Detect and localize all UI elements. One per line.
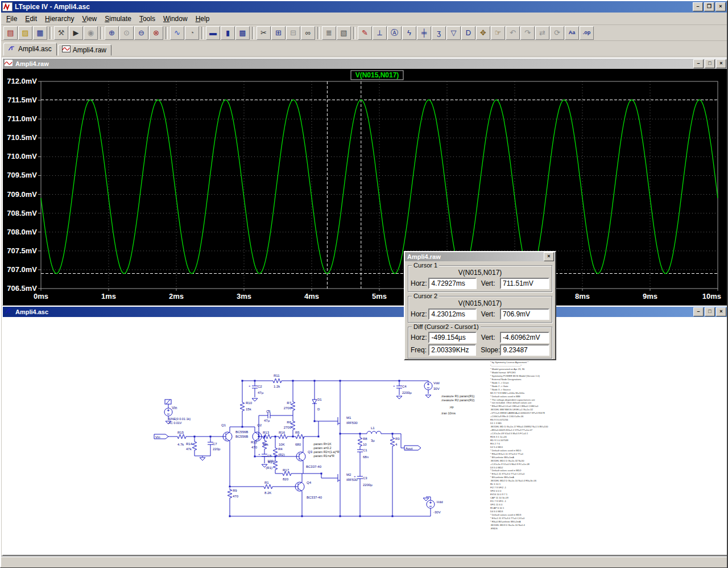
tab-label: Ampli4.asc bbox=[18, 45, 52, 53]
svg-text:710.5mV: 710.5mV bbox=[7, 133, 37, 142]
fft-icon[interactable]: ∿ bbox=[170, 26, 184, 40]
rotate-icon: ⟳ bbox=[550, 26, 564, 40]
svg-text:+CJO=1e-9 VJ=0.5 M=0.9 FC=1e-0: +CJO=1e-9 VJ=0.5 M=0.9 FC=1e-08 bbox=[490, 463, 530, 466]
cursor1-vert-value[interactable]: 711.51mV bbox=[500, 278, 549, 289]
schematic-minimize-button[interactable]: – bbox=[693, 307, 704, 316]
svg-text:* Model generated on Apr 23, 9: * Model generated on Apr 23, 96 bbox=[490, 368, 525, 371]
menu-file[interactable]: File bbox=[2, 14, 21, 24]
svg-text:* EG=1.11 XTI=3.0 TT=0 CJO=0: * EG=1.11 XTI=3.0 TT=0 CJO=0 bbox=[490, 472, 525, 475]
svg-text:* Node 3 -> Source: * Node 3 -> Source bbox=[490, 388, 511, 391]
svg-text:VFI1 11 6 0: VFI1 11 6 0 bbox=[490, 503, 503, 506]
diff-horz-value[interactable]: -499.154µs bbox=[428, 332, 476, 343]
svg-text:.tran 10ms: .tran 10ms bbox=[441, 411, 456, 415]
open-icon[interactable]: ▨ bbox=[18, 26, 32, 40]
menu-help[interactable]: Help bbox=[192, 14, 214, 24]
tab-ampli4-asc[interactable]: Ampli4.asc bbox=[3, 43, 57, 56]
save-icon[interactable]: ▦ bbox=[33, 26, 47, 40]
drag-icon[interactable]: ☞ bbox=[491, 26, 505, 40]
svg-text:C3: C3 bbox=[363, 476, 367, 480]
new-schematic-icon[interactable]: ▤ bbox=[3, 26, 18, 40]
text-icon[interactable]: Aa bbox=[565, 26, 579, 40]
schematic-canvas[interactable]: +++++VinAoutVinSINE(0 0.01 1k)AC 0.01VR1… bbox=[3, 317, 727, 555]
diff-freq-value[interactable]: 2.00339KHz bbox=[428, 344, 476, 356]
svg-text:8.2K: 8.2K bbox=[264, 491, 271, 495]
diff-slope-value[interactable]: 9.23487 bbox=[500, 344, 549, 356]
cursor1-group: Cursor 1 V(N015,N017) Horz: 4.72927ms Ve… bbox=[408, 265, 552, 292]
zoom-in-icon[interactable]: ⊕ bbox=[105, 26, 119, 40]
svg-text:711.0mV: 711.0mV bbox=[7, 114, 37, 123]
menu-edit[interactable]: Edit bbox=[21, 14, 41, 24]
plot-settings-icon[interactable]: ◔ bbox=[185, 26, 199, 40]
paste-icon: ⊟ bbox=[286, 26, 300, 40]
copy-icon[interactable]: ⊞ bbox=[271, 26, 286, 40]
ground-icon[interactable]: ⟂ bbox=[373, 26, 387, 40]
svg-text:RS 9 3 0.672234: RS 9 3 0.672234 bbox=[490, 418, 508, 421]
capacitor-icon[interactable]: ╪ bbox=[417, 26, 431, 40]
svg-text:R5: R5 bbox=[295, 431, 300, 434]
cascade-windows-icon[interactable]: ▩ bbox=[235, 26, 250, 40]
waveform-maximize-button[interactable]: □ bbox=[705, 59, 715, 68]
run-icon[interactable]: ▶ bbox=[69, 26, 83, 40]
diff-vert-label: Vert: bbox=[481, 334, 500, 341]
svg-text:2700: 2700 bbox=[284, 426, 292, 429]
svg-text:.ENDS: .ENDS bbox=[490, 527, 498, 530]
spice-directive-icon[interactable]: .op bbox=[580, 26, 594, 40]
svg-text:D1: D1 bbox=[317, 398, 322, 401]
schematic-close-button[interactable]: × bbox=[716, 307, 726, 316]
svg-text:FI1 7 9 VFI1 -1: FI1 7 9 VFI1 -1 bbox=[490, 500, 507, 503]
menu-view[interactable]: View bbox=[78, 14, 101, 24]
resistor-icon[interactable]: ϟ bbox=[402, 26, 416, 40]
svg-text:R14: R14 bbox=[186, 442, 193, 446]
inductor-icon[interactable]: ʒ bbox=[432, 26, 446, 40]
menu-hierarchy[interactable]: Hierarchy bbox=[41, 14, 78, 24]
restore-button[interactable]: ❐ bbox=[704, 2, 714, 11]
minimize-button[interactable]: – bbox=[693, 2, 703, 11]
diode-icon[interactable]: ▽ bbox=[446, 26, 461, 40]
svg-text:47k: 47k bbox=[263, 443, 269, 446]
waveform-minimize-button[interactable]: – bbox=[693, 59, 704, 68]
net-label-icon[interactable]: Ⓐ bbox=[387, 26, 402, 40]
menu-simulate[interactable]: Simulate bbox=[101, 14, 135, 24]
menu-window[interactable]: Window bbox=[159, 14, 192, 24]
svg-text:2700: 2700 bbox=[284, 406, 292, 410]
tile-vertical-icon[interactable]: ▮ bbox=[221, 26, 235, 40]
waveform-plot[interactable]: 712.0mV711.5mV711.0mV710.5mV710.0mV709.5… bbox=[3, 69, 727, 305]
zoom-out-icon[interactable]: ⊖ bbox=[134, 26, 148, 40]
zoom-full-extents-icon[interactable]: ⊗ bbox=[149, 26, 163, 40]
cursor2-group-label: Cursor 2 bbox=[412, 293, 439, 299]
svg-text:+: + bbox=[258, 452, 260, 456]
cursor1-vert-label: Vert: bbox=[481, 279, 500, 287]
print-icon[interactable]: ≣ bbox=[322, 26, 336, 40]
print-preview-icon[interactable]: ▧ bbox=[337, 26, 351, 40]
tab-ampli4-raw[interactable]: Ampli4.raw bbox=[58, 44, 111, 56]
cursor-dialog-close-button[interactable]: × bbox=[544, 252, 554, 261]
cut-icon[interactable]: ✂ bbox=[257, 26, 271, 40]
svg-text:+: + bbox=[249, 384, 251, 388]
svg-text:* Model format: SPICE3: * Model format: SPICE3 bbox=[490, 371, 516, 374]
svg-text:Q4: Q4 bbox=[307, 481, 312, 484]
diff-slope-label: Slope: bbox=[481, 346, 500, 354]
cursor1-group-label: Cursor 1 bbox=[412, 262, 439, 269]
control-panel-icon[interactable]: ⚒ bbox=[54, 26, 68, 40]
component-icon[interactable]: D bbox=[461, 26, 475, 40]
close-button[interactable]: × bbox=[715, 2, 726, 11]
tile-horizontal-icon[interactable]: ▬ bbox=[206, 26, 220, 40]
svg-text:D2 5 4 MD1: D2 5 4 MD1 bbox=[490, 446, 503, 448]
svg-text:Vdd: Vdd bbox=[433, 381, 440, 385]
toolbar-separator bbox=[353, 27, 355, 39]
menu-tools[interactable]: Tools bbox=[135, 14, 159, 24]
wire-icon[interactable]: ✎ bbox=[358, 26, 372, 40]
svg-text:.MODEL MD D IS=1e-17 RS=0.1588: .MODEL MD D IS=1e-17 RS=0.158852 N=1.5 B… bbox=[490, 425, 548, 428]
svg-text:.measure R2 param(R2): .measure R2 param(R2) bbox=[441, 398, 474, 402]
svg-text:* RS=0 BV=infinite IBV=1mA: * RS=0 BV=infinite IBV=1mA bbox=[490, 520, 521, 523]
svg-text:4ms: 4ms bbox=[304, 292, 319, 301]
move-icon[interactable]: ✥ bbox=[476, 26, 490, 40]
cursor2-horz-value[interactable]: 4.23012ms bbox=[428, 308, 476, 320]
diff-vert-value[interactable]: -4.60962mV bbox=[500, 332, 549, 343]
svg-text:RG 2 7 6: RG 2 7 6 bbox=[490, 442, 500, 445]
cursor2-vert-value[interactable]: 706.9mV bbox=[500, 308, 549, 320]
cursor1-horz-value[interactable]: 4.72927ms bbox=[428, 278, 476, 289]
schematic-maximize-button[interactable]: □ bbox=[705, 307, 715, 316]
find-icon[interactable]: ∞ bbox=[301, 26, 315, 40]
waveform-close-button[interactable]: × bbox=[716, 59, 726, 68]
